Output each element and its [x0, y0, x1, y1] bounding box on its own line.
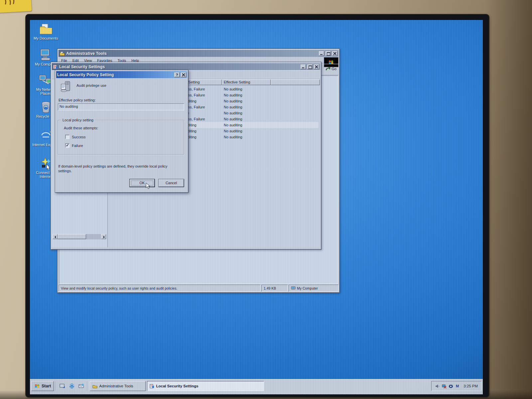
system-tray: M 3:25 PM	[431, 381, 481, 391]
cell-effective-setting: No auditing	[222, 111, 272, 115]
my-documents-icon	[39, 23, 53, 35]
policy-icon	[60, 81, 72, 93]
network-error-icon[interactable]	[442, 384, 447, 389]
admin-folder-icon	[60, 51, 65, 56]
cancel-button[interactable]: Cancel	[159, 179, 184, 187]
close-icon	[182, 73, 185, 76]
lss-console-icon	[150, 384, 154, 388]
horizontal-scrollbar[interactable]	[53, 234, 106, 239]
close-icon	[315, 65, 318, 68]
taskbar-divider	[87, 381, 88, 391]
maximize-button[interactable]	[326, 51, 331, 56]
scrollbar-thumb[interactable]	[58, 234, 86, 239]
cell-effective-setting: No auditing	[222, 105, 272, 109]
effective-setting-field: No auditing	[58, 103, 184, 110]
task-button-local-security-settings[interactable]: Local Security Settings	[147, 381, 264, 391]
success-checkbox[interactable]	[65, 135, 69, 139]
internet-explorer-quicklaunch[interactable]	[68, 382, 76, 390]
go-arrow-icon	[325, 66, 331, 71]
show-desktop-quicklaunch[interactable]	[59, 382, 66, 390]
clock: 3:25 PM	[464, 384, 478, 388]
cell-effective-setting: No auditing	[222, 135, 272, 139]
windows-start-icon	[34, 383, 40, 389]
admin-folder-icon	[92, 384, 97, 388]
task-button-administrative-tools[interactable]: Administrative Tools	[90, 381, 146, 391]
outlook-express-icon	[78, 383, 84, 389]
status-location: My Computer	[289, 285, 338, 292]
desktop-icon-label: My Documents	[31, 36, 61, 40]
start-button[interactable]: Start	[31, 381, 54, 391]
taskbar-divider	[56, 381, 57, 391]
failure-checkbox-row[interactable]: Failure	[65, 143, 83, 148]
policy-name: Audit privilege use	[76, 83, 106, 87]
close-button[interactable]	[181, 72, 186, 77]
my-computer-icon	[39, 49, 53, 61]
column-header-effective-setting[interactable]: Effective Setting	[222, 79, 271, 85]
status-text: View and modify local security policy, s…	[59, 285, 261, 292]
admin-title-bar[interactable]: Administrative Tools	[59, 50, 338, 57]
dialog-title: Local Security Policy Setting	[57, 72, 173, 77]
mcafee-icon[interactable]: M	[455, 384, 460, 389]
crt-bezel: My Documents My Computer My Network Plac…	[26, 15, 489, 397]
status-location-label: My Computer	[297, 286, 318, 290]
my-computer-small-icon	[291, 286, 296, 290]
cell-effective-setting: No auditing	[222, 117, 272, 121]
start-label: Start	[42, 384, 51, 388]
scroll-left-arrow[interactable]	[53, 234, 58, 239]
success-checkbox-row[interactable]: Success	[65, 135, 86, 139]
go-label: Go	[332, 67, 336, 71]
close-button[interactable]	[314, 65, 319, 69]
admin-window-title: Administrative Tools	[66, 51, 318, 56]
status-size: 1.49 KB	[261, 285, 288, 292]
failure-label: Failure	[72, 144, 83, 148]
scroll-right-arrow[interactable]	[101, 234, 106, 239]
cell-effective-setting: No auditing	[222, 99, 272, 103]
dialog-title-bar[interactable]: Local Security Policy Setting ?	[56, 71, 187, 78]
scheduler-icon[interactable]	[448, 384, 453, 389]
go-button[interactable]: Go	[325, 66, 336, 71]
monitor-photo: My Documents My Computer My Network Plac…	[0, 0, 532, 399]
minimize-button[interactable]	[301, 65, 306, 69]
cell-effective-setting: No auditing	[222, 123, 272, 127]
lss-window-title: Local Security Settings	[59, 65, 299, 69]
failure-checkbox[interactable]	[65, 143, 69, 148]
outlook-express-quicklaunch[interactable]	[77, 382, 85, 390]
volume-icon[interactable]	[435, 384, 440, 389]
task-button-label: Local Security Settings	[156, 384, 198, 388]
close-icon	[333, 52, 336, 55]
groupbox-label: Local policy setting	[61, 118, 95, 122]
close-button[interactable]	[332, 51, 337, 56]
desktop-icon-my-documents[interactable]: My Documents	[31, 23, 61, 40]
bezel-sticker	[0, 0, 32, 13]
mouse-cursor	[146, 183, 151, 190]
effective-setting-label: Effective policy setting:	[59, 98, 96, 102]
cell-effective-setting: No auditing	[222, 93, 272, 97]
maximize-button[interactable]	[307, 65, 313, 69]
internet-explorer-icon	[69, 383, 75, 389]
domain-note: If domain-level policy settings are defi…	[58, 164, 182, 173]
help-button[interactable]: ?	[174, 72, 180, 77]
task-button-label: Administrative Tools	[99, 384, 133, 388]
desktop: My Documents My Computer My Network Plac…	[30, 20, 483, 394]
success-label: Success	[72, 135, 86, 139]
taskbar: Start Administrative Tools Local Securit…	[30, 379, 483, 394]
column-header-blank[interactable]	[271, 79, 320, 85]
lss-title-bar[interactable]: Local Security Settings	[52, 63, 320, 70]
policy-setting-dialog: Local Security Policy Setting ? Audit pr…	[55, 70, 189, 193]
cell-effective-setting: No auditing	[222, 129, 272, 133]
audit-attempts-label: Audit these attempts:	[64, 126, 98, 130]
show-desktop-icon	[60, 383, 66, 389]
admin-status-bar: View and modify local security policy, s…	[59, 285, 338, 292]
minimize-button[interactable]	[319, 51, 324, 56]
lss-console-icon	[53, 65, 58, 69]
cell-effective-setting: No auditing	[222, 87, 272, 91]
